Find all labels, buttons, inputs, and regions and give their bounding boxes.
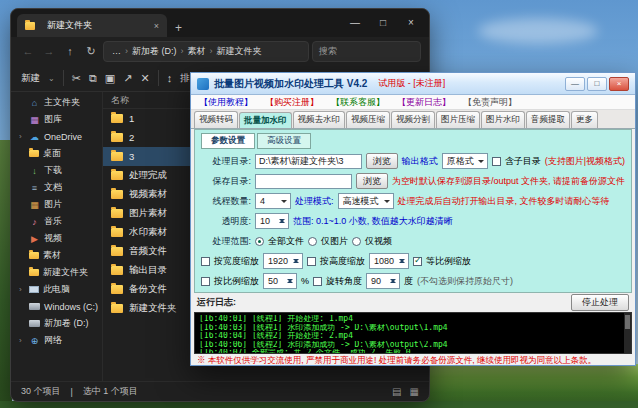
maximize-button[interactable]: □ [369,11,397,33]
close-button[interactable]: × [397,11,425,33]
sidebar-item[interactable]: ▦ 图片 [11,196,102,213]
new-tab-button[interactable]: + [175,21,182,37]
sidebar-item[interactable]: Windows (C:) [11,298,102,315]
paste-icon[interactable]: ▣ [105,72,115,85]
source-dir-input[interactable]: D:\素材\新建文件夹\3 [255,154,362,169]
thumbnail-view-icon[interactable]: ▦ [410,386,419,397]
tool-link[interactable]: 【购买注册】 [265,96,319,109]
sidebar-item-icon: ▶ [29,234,40,244]
thread-count-select[interactable]: 4 [255,193,291,209]
up-icon[interactable]: ↑ [61,45,79,57]
sidebar-item[interactable]: ♪ 音乐 [11,213,102,230]
tab-close-icon[interactable]: × [154,21,159,31]
cloud-decoration [478,18,598,44]
back-icon[interactable]: ← [19,45,37,57]
sidebar-item-icon [29,252,39,259]
stop-button[interactable]: 停止处理 [571,294,629,311]
scope-video-radio[interactable] [352,237,361,246]
scope-image-radio[interactable] [308,237,317,246]
breadcrumb-segment[interactable]: 新建文件夹 [215,45,268,58]
share-icon[interactable]: ↗ [123,72,132,85]
tool-tab[interactable]: 视频转码 [194,111,238,128]
tool-tab[interactable]: 批量加水印 [239,112,292,129]
rotate-checkbox[interactable] [313,277,322,286]
sidebar-item[interactable]: ↓ 下载 [11,162,102,179]
explorer-tab[interactable]: 新建文件夹 × [17,14,167,37]
tool-link[interactable]: 【免责声明】 [463,96,517,109]
keep-ratio-checkbox[interactable] [413,257,422,266]
explorer-sidebar: ⌂ 主文件夹 ▦ 图库 › ☁ OneDrive [11,92,103,381]
tool-tab[interactable]: 更多 [571,111,598,128]
tool-tab[interactable]: 视频分割 [391,111,435,128]
folder-icon [111,114,123,123]
scope-all-radio[interactable] [255,237,264,246]
log-console[interactable]: [16:40:01] [线程1] 开始处理: 1.mp4[16:40:03] [… [194,312,632,354]
sidebar-item[interactable]: ▶ 视频 [11,230,102,247]
expand-chevron-icon[interactable]: › [19,285,25,294]
mode-select[interactable]: 高速模式 [338,193,394,209]
include-subdir-checkbox[interactable] [492,157,501,166]
expand-chevron-icon[interactable]: › [19,336,25,345]
sidebar-item[interactable]: ≡ 文档 [11,179,102,196]
minimize-button[interactable]: — [565,77,585,91]
sidebar-item[interactable]: 桌面 [11,145,102,162]
scope-all-label: 全部文件 [268,235,304,248]
folder-icon [111,152,123,161]
tool-tab[interactable]: 视频压缩 [346,111,390,128]
tool-link[interactable]: 【联系客服】 [331,96,385,109]
sidebar-item[interactable]: 素材 [11,247,102,264]
scale-width-checkbox[interactable] [201,257,210,266]
format-hint: (支持图片|视频格式) [545,155,625,168]
tool-tab[interactable]: 视频去水印 [293,111,346,128]
sidebar-item[interactable]: › ⊕ 网络 [11,332,102,349]
sidebar-item-icon [29,320,40,327]
breadcrumb-segment[interactable]: 素材 [186,45,215,58]
tool-tab[interactable]: 图片压缩 [436,111,480,128]
refresh-icon[interactable]: ↻ [82,45,100,58]
sidebar-item-label: 视频 [44,232,62,245]
details-view-icon[interactable]: ▤ [392,386,401,397]
tool-tab[interactable]: 图片水印 [481,111,525,128]
rotate-spinner[interactable]: 90 [366,273,400,289]
tool-link[interactable]: 【使用教程】 [199,96,253,109]
source-browse-button[interactable]: 浏览 [366,153,398,169]
save-dir-input[interactable] [255,174,352,189]
copy-icon[interactable]: ⧉ [89,72,97,85]
breadcrumb[interactable]: …新加卷 (D:)素材新建文件夹 [103,41,309,62]
scale-height-checkbox[interactable] [307,257,316,266]
sidebar-item[interactable]: 新建文件夹 [11,264,102,281]
new-button[interactable]: 新建 [21,72,40,85]
sidebar-item[interactable]: ⌂ 主文件夹 [11,94,102,111]
breadcrumb-segment[interactable]: 新加卷 (D:) [130,45,186,58]
scale-percent-spinner[interactable]: 50 [263,273,297,289]
folder-icon [111,285,123,294]
scale-width-spinner[interactable]: 1920 [263,253,303,269]
sub-tab[interactable]: 高级设置 [257,133,311,149]
output-format-select[interactable]: 原格式 [442,153,488,169]
forward-icon[interactable]: → [40,45,58,57]
sidebar-item[interactable]: 新加卷 (D:) [11,315,102,332]
sub-tab[interactable]: 参数设置 [201,133,255,149]
save-browse-button[interactable]: 浏览 [356,173,388,189]
scale-percent-checkbox[interactable] [201,277,210,286]
sidebar-item-label: 此电脑 [43,283,70,296]
form-row-threads: 线程数量: 4 处理模式: 高速模式 处理完成后自动打开输出目录, 文件较多时请… [201,191,625,211]
delete-icon[interactable]: ✕ [140,72,149,85]
maximize-button[interactable]: □ [587,77,607,91]
close-button[interactable]: × [609,77,629,91]
log-line: [16:40:01] [线程1] 开始处理: 1.mp4 [199,315,621,324]
search-input[interactable]: 搜索 [312,41,421,62]
sidebar-item[interactable]: ▦ 图库 [11,111,102,128]
scale-height-spinner[interactable]: 1080 [369,253,409,269]
tool-title-bar[interactable]: 批量图片视频加水印处理工具 V4.2 试用版 - [未注册] — □ × [191,73,635,95]
breadcrumb-segment[interactable]: … [110,46,130,56]
tool-link[interactable]: 【更新日志】 [397,96,451,109]
console-scrollbar[interactable] [624,313,631,353]
minimize-button[interactable]: — [341,11,369,33]
sidebar-item[interactable]: › ☁ OneDrive [11,128,102,145]
sidebar-item[interactable]: › 此电脑 [11,281,102,298]
tool-tab[interactable]: 音频提取 [526,111,570,128]
opacity-spinner[interactable]: 10 [255,213,289,229]
expand-chevron-icon[interactable]: › [19,132,25,141]
cut-icon[interactable]: ✂ [72,72,81,85]
